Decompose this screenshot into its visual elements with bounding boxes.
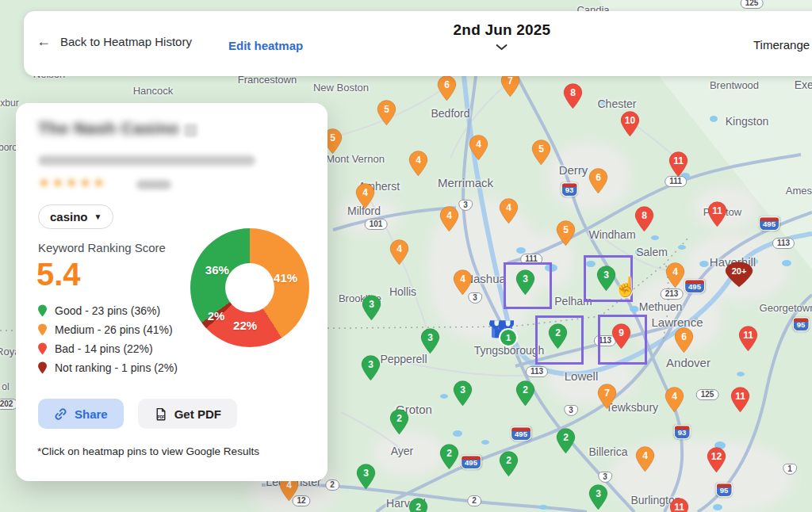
town-label: Hancock bbox=[133, 85, 174, 97]
route-shield: 113 bbox=[772, 238, 795, 249]
town-label: Derry bbox=[559, 163, 588, 177]
map-pin[interactable]: 20+ bbox=[724, 261, 754, 288]
map-pin[interactable]: 5 bbox=[530, 139, 552, 166]
map-pin[interactable]: 11 bbox=[668, 497, 690, 512]
map-pin[interactable]: 10 bbox=[619, 110, 641, 137]
back-to-history-button[interactable]: ← Back to Heatmap History bbox=[36, 33, 192, 50]
map-pin[interactable]: 5 bbox=[376, 99, 397, 126]
svg-text:11: 11 bbox=[674, 502, 684, 512]
route-shield: 495 bbox=[759, 216, 779, 231]
town-label: Chester bbox=[597, 97, 636, 110]
svg-text:2: 2 bbox=[555, 327, 561, 338]
map-pin[interactable]: 4 bbox=[452, 269, 473, 296]
map-pin[interactable]: 4 bbox=[408, 150, 429, 177]
map-pin[interactable]: 2 bbox=[498, 450, 519, 477]
legend-text: Medium - 26 pins (41%) bbox=[55, 323, 173, 336]
get-pdf-button[interactable]: PDF Get PDF bbox=[138, 399, 237, 429]
town-label: Pepperell bbox=[380, 353, 427, 365]
map-pin[interactable]: 6 bbox=[673, 327, 695, 353]
map-pin[interactable]: 11 bbox=[707, 201, 728, 227]
route-shield: 495 bbox=[461, 455, 481, 469]
edit-heatmap-link[interactable]: Edit heatmap bbox=[228, 39, 303, 52]
town-label: Andover bbox=[666, 356, 710, 369]
business-rank-badge[interactable]: 1 bbox=[499, 328, 518, 347]
map-pin[interactable]: 2 bbox=[439, 443, 460, 470]
donut-label: 41% bbox=[274, 270, 297, 284]
svg-text:11: 11 bbox=[735, 391, 745, 402]
map-pin[interactable]: 4 bbox=[634, 445, 656, 472]
svg-text:4: 4 bbox=[446, 210, 452, 221]
map-pin[interactable]: 2 bbox=[515, 380, 536, 407]
keyword-ranking-score: 5.4 bbox=[36, 257, 81, 292]
map-pin[interactable]: 6 bbox=[588, 167, 609, 194]
map-pin[interactable]: 4 bbox=[439, 205, 460, 232]
legend-pin-icon bbox=[37, 361, 48, 374]
map-pin[interactable]: 4 bbox=[354, 182, 376, 209]
review-count-blurred bbox=[136, 180, 171, 189]
town-label: Bedford bbox=[431, 107, 469, 120]
map-pin[interactable]: 4 bbox=[468, 134, 489, 161]
svg-text:6: 6 bbox=[596, 172, 601, 183]
svg-text:2: 2 bbox=[506, 455, 511, 466]
keyword-dropdown[interactable]: casino ▼ bbox=[38, 204, 113, 229]
map-pin[interactable]: 3 bbox=[361, 294, 382, 321]
legend-item: Bad - 14 pins (22%) bbox=[37, 339, 178, 358]
route-shield: 2 bbox=[325, 480, 339, 491]
map-pin[interactable]: 2 bbox=[408, 497, 429, 512]
svg-text:6: 6 bbox=[681, 331, 687, 342]
report-card: The Nash Casino ★★★★★ casino ▼ Keyword R… bbox=[16, 103, 327, 481]
route-shield: 95 bbox=[793, 317, 810, 331]
back-arrow-icon: ← bbox=[36, 33, 51, 50]
legend-item: Medium - 26 pins (41%) bbox=[37, 320, 178, 339]
route-shield: 93 bbox=[674, 425, 691, 439]
map-pin[interactable]: 2 bbox=[555, 427, 576, 454]
map-pin[interactable]: 9 bbox=[611, 323, 632, 350]
map-pin[interactable]: 3 bbox=[452, 380, 473, 407]
map-pin[interactable]: 8 bbox=[634, 205, 655, 232]
map-pin[interactable]: 4 bbox=[664, 386, 685, 413]
svg-text:5: 5 bbox=[330, 132, 335, 143]
map-pin[interactable]: 6 bbox=[436, 75, 458, 101]
svg-text:11: 11 bbox=[673, 155, 684, 166]
town-label: Hollis bbox=[389, 285, 416, 298]
svg-text:4: 4 bbox=[476, 139, 481, 150]
map-pin[interactable]: 7 bbox=[596, 383, 618, 410]
map-pin[interactable]: 4 bbox=[389, 239, 410, 266]
donut-label: 22% bbox=[233, 318, 257, 331]
map-pin[interactable]: 3 bbox=[588, 483, 609, 510]
map-pin[interactable]: 8 bbox=[562, 82, 584, 109]
map-pin[interactable]: 4 bbox=[498, 197, 519, 224]
svg-text:2: 2 bbox=[396, 413, 402, 424]
share-button[interactable]: Share bbox=[38, 399, 124, 429]
map-pin[interactable]: 12 bbox=[706, 446, 727, 473]
map-pin[interactable]: 3 bbox=[355, 463, 377, 490]
legend-pin-icon bbox=[37, 304, 48, 317]
donut-label: 2% bbox=[208, 309, 225, 323]
town-label: Brentwood bbox=[710, 79, 759, 91]
timerange-control[interactable]: Timerange bbox=[753, 38, 810, 52]
map-pin[interactable]: 11 bbox=[668, 151, 689, 178]
date-selector[interactable]: 2nd Jun 2025 bbox=[454, 21, 551, 51]
map-pin[interactable]: 11 bbox=[737, 325, 759, 352]
map-pin[interactable]: 2 bbox=[389, 408, 410, 435]
svg-text:8: 8 bbox=[570, 87, 576, 98]
svg-text:3: 3 bbox=[523, 273, 528, 285]
map-pin[interactable]: 4 bbox=[665, 262, 686, 288]
map-pin[interactable]: 5 bbox=[555, 220, 576, 246]
chevron-down-icon[interactable] bbox=[496, 44, 508, 51]
svg-text:4: 4 bbox=[506, 202, 511, 213]
map-pin[interactable]: 3 bbox=[360, 354, 381, 381]
svg-text:3: 3 bbox=[427, 332, 433, 343]
svg-text:12: 12 bbox=[710, 451, 722, 462]
map-pin[interactable]: 2 bbox=[547, 323, 569, 350]
route-shield: 113 bbox=[526, 366, 548, 377]
verified-icon-blurred bbox=[184, 124, 197, 137]
map-pin[interactable]: 3 bbox=[419, 327, 441, 354]
town-label: Ayer bbox=[391, 445, 414, 457]
map-pin[interactable]: 3 bbox=[515, 269, 536, 296]
svg-text:2: 2 bbox=[523, 384, 528, 395]
legend-item: Not ranking - 1 pins (2%) bbox=[37, 358, 178, 377]
svg-text:5: 5 bbox=[384, 104, 389, 115]
map-pin[interactable]: 11 bbox=[730, 386, 751, 413]
legend-text: Bad - 14 pins (22%) bbox=[55, 342, 153, 355]
